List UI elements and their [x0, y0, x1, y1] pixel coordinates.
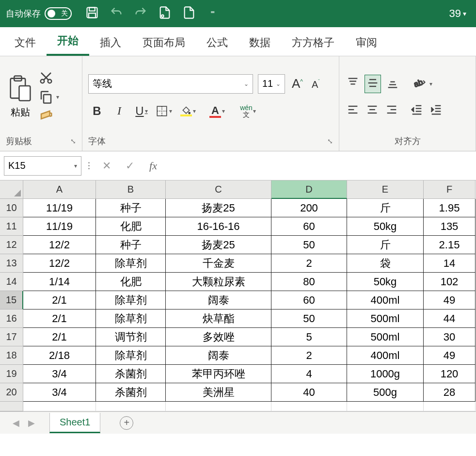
tab-page-layout[interactable]: 页面布局 — [132, 30, 196, 56]
cell[interactable]: 调节剂 — [96, 328, 166, 346]
cell[interactable]: 1000g — [347, 365, 424, 383]
align-bottom-button[interactable] — [385, 75, 400, 93]
cell[interactable]: 杀菌剂 — [96, 365, 166, 383]
row-header[interactable]: 16 — [0, 309, 23, 328]
cell[interactable]: 2 — [271, 254, 347, 273]
cell[interactable]: 杀菌剂 — [96, 383, 166, 402]
cell[interactable]: 200 — [271, 199, 347, 217]
row-header[interactable]: 18 — [0, 346, 23, 365]
row-header[interactable]: 11 — [0, 217, 23, 236]
cell[interactable]: 60 — [271, 217, 347, 236]
tab-home[interactable]: 开始 — [47, 28, 89, 56]
cell[interactable]: 化肥 — [96, 217, 166, 236]
row-header[interactable]: 10 — [0, 199, 23, 217]
cell[interactable]: 千金麦 — [166, 254, 271, 273]
cell[interactable]: 3/4 — [23, 365, 96, 383]
col-header-A[interactable]: A — [23, 180, 96, 199]
cell[interactable]: 50kg — [347, 273, 424, 291]
cell[interactable]: 种子 — [96, 199, 166, 217]
cell[interactable]: 14 — [424, 254, 476, 273]
col-header-E[interactable]: E — [347, 180, 424, 199]
file-icon-2[interactable] — [182, 6, 196, 21]
border-button[interactable]: ▾ — [155, 102, 173, 120]
font-color-button[interactable]: A ▾ — [206, 102, 224, 120]
bold-button[interactable]: B — [88, 102, 106, 120]
cell[interactable]: 500ml — [347, 309, 424, 328]
insert-function-button[interactable]: fx — [143, 156, 163, 176]
align-center-button[interactable] — [365, 102, 380, 119]
cell[interactable]: 除草剂 — [96, 254, 166, 273]
cell[interactable]: 斤 — [347, 236, 424, 254]
cell[interactable]: 扬麦25 — [166, 199, 271, 217]
col-header-B[interactable]: B — [96, 180, 166, 199]
align-top-button[interactable] — [345, 75, 361, 93]
file-icon-1[interactable] — [158, 6, 172, 21]
increase-font-button[interactable]: A^ — [290, 76, 305, 91]
cell[interactable]: 400ml — [347, 291, 424, 309]
cell[interactable]: 种子 — [96, 236, 166, 254]
sheet-nav-prev[interactable]: ◀ — [13, 418, 19, 428]
cell[interactable]: 除草剂 — [96, 346, 166, 365]
cancel-formula-button[interactable]: ✕ — [97, 156, 116, 176]
name-box[interactable]: K15 ▾ — [4, 156, 81, 176]
tab-review[interactable]: 审阅 — [345, 30, 388, 56]
cell[interactable]: 炔草酯 — [166, 309, 271, 328]
align-right-button[interactable] — [384, 102, 399, 119]
row-header[interactable]: 17 — [0, 328, 23, 346]
cell[interactable]: 12/2 — [23, 236, 96, 254]
zoom-display[interactable]: 39 ▾ — [449, 7, 466, 20]
cell[interactable]: 除草剂 — [96, 309, 166, 328]
cell[interactable]: 2 — [271, 346, 347, 365]
col-header-C[interactable]: C — [166, 180, 271, 199]
cell[interactable]: 2.15 — [424, 236, 476, 254]
cell[interactable]: 49 — [424, 291, 476, 309]
cell[interactable]: 2/1 — [23, 291, 96, 309]
cell[interactable]: 斤 — [347, 199, 424, 217]
align-middle-button[interactable] — [365, 75, 381, 93]
font-size-select[interactable]: 11 ⌄ — [258, 74, 285, 94]
cell[interactable]: 4 — [271, 365, 347, 383]
row-header[interactable]: 19 — [0, 365, 23, 383]
cell[interactable]: 80 — [271, 273, 347, 291]
save-icon[interactable] — [85, 6, 99, 21]
increase-indent-button[interactable] — [428, 102, 444, 119]
font-name-select[interactable]: 等线 ⌄ — [88, 74, 253, 94]
cell[interactable]: 40 — [271, 383, 347, 402]
row-header[interactable]: 14 — [0, 273, 23, 291]
col-header-D[interactable]: D — [271, 180, 347, 199]
formula-input[interactable] — [167, 156, 472, 176]
cell[interactable]: 49 — [424, 346, 476, 365]
tab-formulas[interactable]: 公式 — [196, 30, 238, 56]
cell[interactable]: 2/18 — [23, 346, 96, 365]
clipboard-launcher[interactable]: ⤡ — [70, 137, 76, 145]
cell[interactable]: 400ml — [347, 346, 424, 365]
cell[interactable]: 12/2 — [23, 254, 96, 273]
add-sheet-button[interactable]: + — [120, 416, 133, 430]
cell[interactable]: 3/4 — [23, 383, 96, 402]
decrease-indent-button[interactable] — [409, 102, 425, 119]
orientation-button[interactable]: ab ▾ — [413, 77, 432, 91]
cell[interactable]: 多效唑 — [166, 328, 271, 346]
toggle-switch[interactable]: 关 — [45, 7, 72, 20]
cell[interactable]: 102 — [424, 273, 476, 291]
cell[interactable]: 60 — [271, 291, 347, 309]
cell[interactable]: 500g — [347, 383, 424, 402]
cell[interactable]: 袋 — [347, 254, 424, 273]
cell[interactable]: 化肥 — [96, 273, 166, 291]
cell[interactable]: 120 — [424, 365, 476, 383]
cell[interactable]: 1/14 — [23, 273, 96, 291]
fill-color-button[interactable]: ▾ — [177, 102, 195, 120]
cell[interactable]: 大颗粒尿素 — [166, 273, 271, 291]
select-all-cell[interactable] — [0, 180, 23, 199]
cell[interactable]: 500ml — [347, 328, 424, 346]
cell[interactable]: 28 — [424, 383, 476, 402]
col-header-F[interactable]: F — [424, 180, 476, 199]
align-left-button[interactable] — [345, 102, 361, 119]
accept-formula-button[interactable]: ✓ — [120, 156, 140, 176]
cell[interactable]: 2/1 — [23, 309, 96, 328]
undo-icon[interactable] — [110, 6, 123, 21]
tab-ffgz[interactable]: 方方格子 — [281, 30, 345, 56]
sheet-nav-next[interactable]: ▶ — [28, 418, 35, 428]
row-header[interactable]: 12 — [0, 236, 23, 254]
cell[interactable]: 苯甲丙环唑 — [166, 365, 271, 383]
